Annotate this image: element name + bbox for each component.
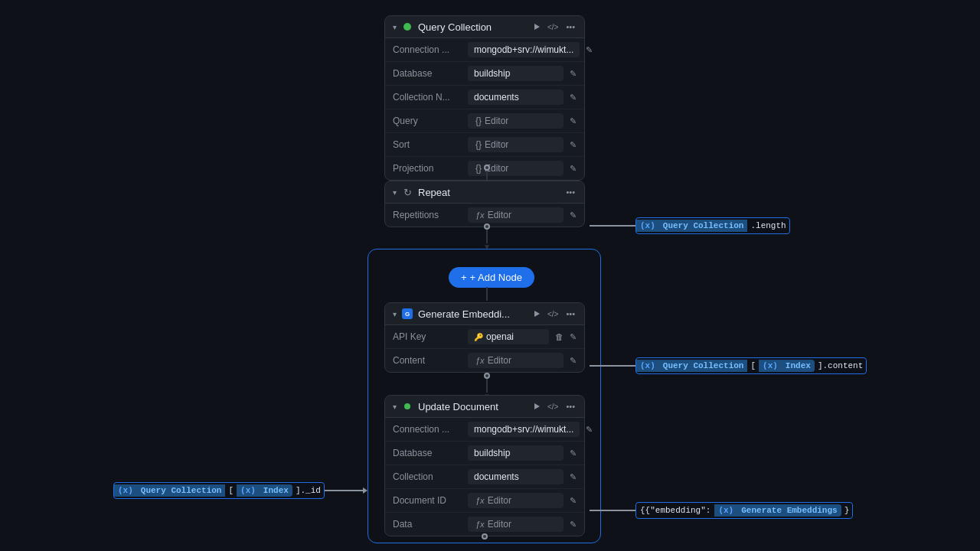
repetitions-value: ƒx Editor (468, 207, 564, 223)
data-ann-suffix: } (841, 504, 853, 517)
database-edit-icon[interactable]: ✎ (570, 69, 577, 79)
data-value: ƒx Editor (468, 517, 564, 532)
play-button[interactable] (533, 21, 541, 33)
generate-embed-chevron-icon[interactable]: ▾ (393, 310, 397, 318)
data-editor-button[interactable]: ƒx Editor (468, 517, 564, 532)
document-id-edit-icon[interactable]: ✎ (570, 496, 577, 506)
update-collection-edit-icon[interactable]: ✎ (570, 472, 577, 482)
repetitions-label: Repetitions (393, 210, 462, 220)
repeat-chevron-icon[interactable]: ▾ (393, 188, 397, 197)
repetitions-editor-label: Editor (488, 210, 511, 220)
projection-braces-icon: {} (475, 163, 482, 174)
update-connection-label: Connection ... (393, 424, 462, 435)
api-key-row: API Key 🔑 openai 🗑 ✎ (385, 325, 584, 349)
update-connection-row: Connection ... mongodb+srv://wimukt... ✎ (385, 418, 584, 442)
database-value: buildship (468, 66, 564, 81)
repeat-more-button[interactable]: ••• (564, 186, 577, 198)
query-editor-button[interactable]: {} Editor (468, 113, 564, 129)
collection-name-text: documents (468, 90, 564, 105)
connector-dot3-top (484, 373, 490, 379)
data-edit-icon[interactable]: ✎ (570, 520, 577, 530)
query-row: Query {} Editor ✎ (385, 109, 584, 133)
doc-id-annotation: (x) Query Collection [ (x) Index ]._id (113, 482, 325, 499)
query-edit-icon[interactable]: ✎ (570, 116, 577, 126)
content-editor-label: Editor (488, 355, 511, 366)
update-connection-text: mongodb+srv://wimukt... (468, 422, 580, 437)
repeat-icon-container: ↻ (401, 186, 413, 198)
data-fx-icon: ƒx (475, 520, 485, 529)
update-database-edit-icon[interactable]: ✎ (570, 448, 577, 458)
content-ann-name1: Query Collection (659, 360, 748, 372)
update-doc-play-button[interactable] (533, 400, 541, 412)
update-doc-more-button[interactable]: ••• (564, 400, 577, 412)
doc-id-ann-x1: (x) (114, 484, 137, 497)
update-doc-code-button[interactable]: </> (546, 401, 560, 412)
code-button[interactable]: </> (546, 21, 560, 33)
repeat-node: ▾ ↻ Repeat ••• Repetitions ƒx Editor ✎ (384, 181, 585, 227)
collection-name-label: Collection N... (393, 92, 462, 103)
projection-editor-button[interactable]: {} Editor (468, 161, 564, 176)
generate-embed-actions: </> ••• (533, 308, 577, 320)
generate-embed-code-button[interactable]: </> (546, 308, 560, 320)
doc-id-ann-x2: (x) (237, 484, 260, 497)
data-arrow-line (590, 510, 635, 511)
connection-edit-icon[interactable]: ✎ (586, 45, 593, 55)
connector-line4 (486, 379, 488, 393)
repetitions-fx-icon: ƒx (475, 210, 485, 220)
collection-name-row: Collection N... documents ✎ (385, 86, 584, 109)
doc-id-arrow-head (363, 487, 368, 494)
data-annotation-container: {{"embedding": (x) Generate Embeddings } (590, 502, 853, 519)
sort-row: Sort {} Editor ✎ (385, 133, 584, 157)
document-id-editor-button[interactable]: ƒx Editor (468, 493, 564, 508)
generate-embed-icon-container: G (401, 308, 413, 320)
data-annotation: {{"embedding": (x) Generate Embeddings } (635, 502, 853, 519)
update-doc-chevron-icon[interactable]: ▾ (393, 403, 397, 411)
update-collection-row: Collection documents ✎ (385, 465, 584, 489)
ann-dot: .length (747, 220, 789, 232)
content-editor-button[interactable]: ƒx Editor (468, 353, 564, 368)
add-node-plus-icon: + (461, 272, 467, 283)
update-database-text: buildship (468, 445, 564, 461)
sort-edit-icon[interactable]: ✎ (570, 140, 577, 150)
add-node-label: + Add Node (470, 272, 522, 283)
repeat-actions: ••• (564, 186, 577, 198)
content-ann-x2: (x) (759, 360, 782, 372)
connection-value: mongodb+srv://wimukt... (468, 42, 580, 57)
update-database-row: Database buildship ✎ (385, 442, 584, 465)
api-key-label: API Key (393, 331, 462, 342)
generate-embed-more-button[interactable]: ••• (564, 308, 577, 320)
more-button[interactable]: ••• (564, 21, 577, 33)
content-arrow-line (590, 365, 635, 367)
update-connection-edit-icon[interactable]: ✎ (586, 425, 593, 435)
content-fx-icon: ƒx (475, 356, 485, 365)
database-text: buildship (468, 66, 564, 81)
api-key-trash-icon[interactable]: 🗑 (555, 332, 564, 341)
doc-id-arrow-line (325, 490, 363, 491)
projection-edit-icon[interactable]: ✎ (570, 164, 577, 174)
update-document-node: ▾ Update Document </> ••• Connection ...… (384, 395, 585, 536)
data-row: Data ƒx Editor ✎ (385, 513, 584, 536)
content-annotation-container: (x) Query Collection [ (x) Index ].conte… (590, 357, 867, 374)
content-edit-icon[interactable]: ✎ (570, 356, 577, 366)
connector-repeat-loop: ▼ (483, 223, 491, 251)
data-ann-name1: Generate Embeddings (737, 504, 841, 517)
collection-name-edit-icon[interactable]: ✎ (570, 93, 577, 103)
sort-editor-button[interactable]: {} Editor (468, 137, 564, 152)
update-document-title: Update Document (418, 401, 528, 412)
repetitions-editor-button[interactable]: ƒx Editor (468, 207, 564, 223)
api-key-edit-icon[interactable]: ✎ (570, 332, 577, 342)
query-editor-label: Editor (485, 116, 508, 126)
add-node-button[interactable]: + + Add Node (449, 267, 534, 288)
update-collection-value: documents (468, 469, 564, 484)
repetitions-edit-icon[interactable]: ✎ (570, 210, 577, 220)
content-ann-name2: Index (782, 360, 815, 372)
generate-embed-play-button[interactable] (533, 308, 541, 320)
connector-line3 (486, 287, 488, 301)
query-collection-node: ▾ Query Collection </> ••• Connection ..… (384, 15, 585, 181)
data-ann-x1: (x) (714, 504, 737, 517)
document-id-value: ƒx Editor (468, 493, 564, 508)
api-key-value: 🔑 openai (468, 329, 549, 344)
update-connection-value: mongodb+srv://wimukt... (468, 422, 580, 437)
chevron-icon[interactable]: ▾ (393, 23, 397, 31)
content-ann-x1: (x) (636, 360, 659, 372)
